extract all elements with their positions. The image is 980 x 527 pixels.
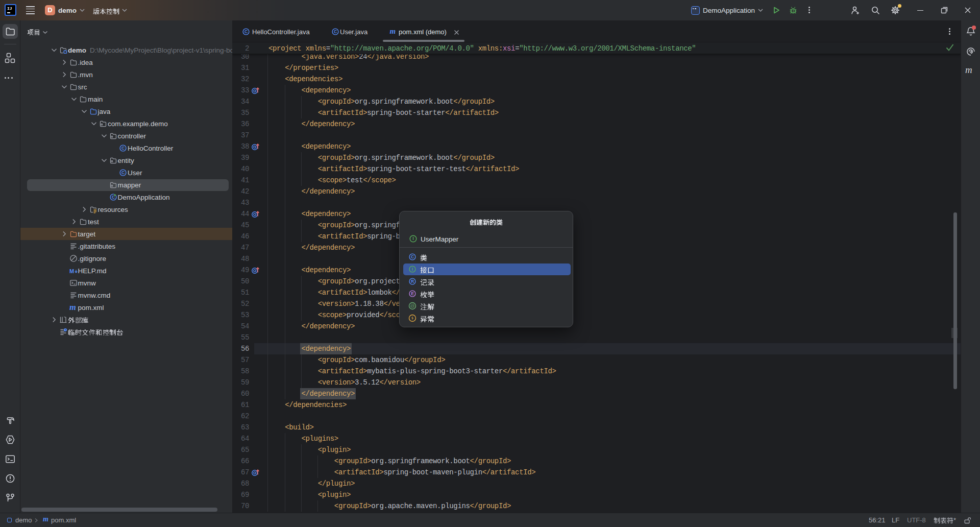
svg-text:C: C <box>411 254 414 259</box>
svg-text:@: @ <box>410 303 414 308</box>
svg-text:C: C <box>121 170 125 175</box>
svg-text:I: I <box>412 266 413 271</box>
svg-text:I: I <box>412 236 414 241</box>
svg-text:C: C <box>244 29 248 34</box>
svg-text:m: m <box>69 303 76 312</box>
svg-text:E: E <box>411 291 414 296</box>
svg-text:C: C <box>121 146 125 151</box>
svg-text:C: C <box>334 29 337 34</box>
svg-text:R: R <box>411 278 414 283</box>
svg-text:m: m <box>390 27 396 35</box>
svg-text:M: M <box>69 268 74 274</box>
